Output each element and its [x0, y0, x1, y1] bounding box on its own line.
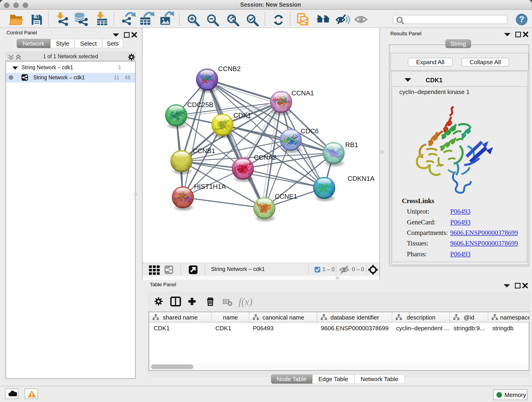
svg-text:CDK1: CDK1 [234, 112, 251, 119]
svg-text:CCNE1: CCNE1 [275, 193, 297, 200]
svg-text:CCNB1: CCNB1 [193, 147, 215, 154]
svg-text:f(x): f(x) [239, 296, 253, 307]
svg-text:HIST1H1A: HIST1H1A [194, 183, 226, 190]
svg-text:CCNA2: CCNA2 [254, 154, 276, 161]
svg-text:CDC25B: CDC25B [187, 101, 213, 108]
svg-text:CCNA1: CCNA1 [291, 89, 314, 97]
svg-text:CCNB2: CCNB2 [218, 65, 241, 72]
svg-text:CDKN1A: CDKN1A [348, 175, 375, 182]
svg-text:CDC6: CDC6 [301, 128, 319, 135]
svg-text:?: ? [519, 15, 525, 24]
svg-text:RB1: RB1 [345, 141, 358, 148]
